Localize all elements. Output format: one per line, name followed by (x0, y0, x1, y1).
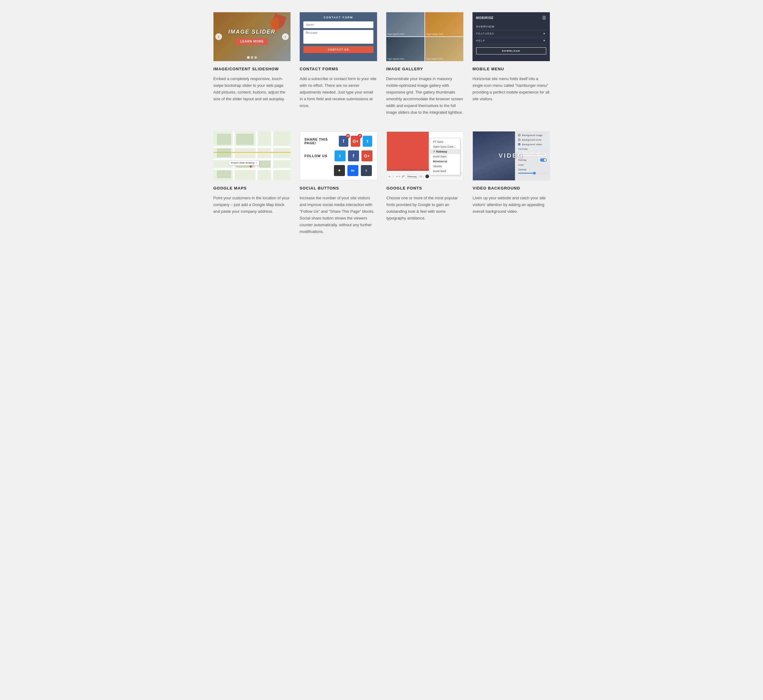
follow-label: FOLLOW US (305, 154, 332, 158)
gallery-grid: Type caption here Type caption here Type… (386, 12, 464, 61)
vp-opacity-slider[interactable] (518, 173, 547, 173)
slider-learn-more-button[interactable]: LEARN MORE (236, 38, 268, 45)
follow-tumblr-button[interactable]: t (361, 165, 372, 176)
gallery-thumb-2[interactable]: Type caption here (425, 12, 463, 36)
feature-grid-row-2: ▾ Empire State Building GOOGLE MAPS Poin… (213, 131, 550, 235)
vp-label-bg-color: Background Color (522, 139, 542, 141)
toolbar-align-left-icon[interactable]: ⇤ (389, 175, 391, 178)
font-item-raleway[interactable]: ✓ Raleway (430, 149, 460, 154)
mobile-menu-preview: MOBIRISE ☰ OVERVIEW FEATURES ▼ HELP ▼ DO… (473, 12, 550, 61)
follow-behance-button[interactable]: Be (348, 165, 359, 176)
slider-text-block: IMAGE SLIDER LEARN MORE (229, 29, 276, 45)
cf-name-input[interactable] (303, 21, 373, 28)
slider-dot-3[interactable] (254, 56, 257, 59)
hamburger-icon[interactable]: ☰ (542, 15, 546, 20)
map-road-v2 (255, 131, 257, 180)
map-block-5 (260, 161, 270, 167)
vp-item-bg-video: Background Video (518, 143, 547, 146)
toolbar-align-center-icon[interactable]: ⋮ (392, 175, 395, 178)
maps-preview: ▾ Empire State Building (213, 131, 290, 180)
vp-radio-bg-image[interactable] (518, 134, 520, 136)
cf-message-input[interactable] (303, 30, 373, 44)
slider-dot-1[interactable] (247, 56, 249, 59)
social-desc: Increase the number of your site visitor… (300, 195, 378, 235)
feature-card-fonts: PT Sans Open Sans Cont... ✓ Raleway Droi… (387, 131, 464, 235)
mm-header: MOBIRISE ☰ (476, 15, 546, 20)
slider-background: IMAGE SLIDER LEARN MORE ‹ › (213, 12, 291, 61)
font-item-montserrat[interactable]: Montserrat (430, 159, 460, 164)
share-twitter-button[interactable]: t (363, 136, 372, 147)
slider-prev-button[interactable]: ‹ (215, 33, 222, 40)
gallery-caption-1: Type caption here (387, 33, 404, 35)
gallery-thumb-4[interactable]: Type caption here (425, 37, 463, 61)
font-item-droid-sans[interactable]: Droid Sans (430, 154, 460, 159)
toolbar-list-icon[interactable]: ≡ (399, 175, 401, 178)
slider-dot-2[interactable] (251, 56, 253, 59)
toolbar-align-right-icon[interactable]: ⇥ (396, 175, 398, 178)
feature-card-video: VIDEO Background Image Background Color (473, 131, 550, 235)
vp-radio-bg-color[interactable] (518, 139, 520, 141)
video-desc: Liven up your website and catch your sit… (473, 195, 550, 215)
mm-download-button[interactable]: DOWNLOAD (476, 47, 546, 55)
vp-label-opacity: Opacity (518, 168, 526, 171)
vp-toggle-overlay[interactable] (540, 158, 547, 162)
toolbar-color-swatch[interactable] (425, 175, 429, 178)
gallery-thumb-3[interactable]: Type caption here (386, 37, 425, 61)
share-googleplus-button[interactable]: G+ 47 (351, 136, 360, 147)
follow-twitter-button[interactable]: t (335, 150, 346, 161)
feature-card-maps: ▾ Empire State Building GOOGLE MAPS Poin… (213, 131, 290, 235)
fonts-preview: PT Sans Open Sans Cont... ✓ Raleway Droi… (387, 131, 464, 180)
follow-row-2: ★ Be t (305, 165, 373, 176)
slider-title: IMAGE/CONTENT SLIDESHOW (213, 67, 291, 71)
slider-next-button[interactable]: › (282, 33, 289, 40)
follow-facebook-button[interactable]: f (348, 150, 359, 161)
share-googleplus-count: 47 (358, 134, 362, 138)
map-road-h1 (213, 146, 290, 148)
vp-item-opacity: Opacity (518, 168, 547, 171)
social-bg: SHARE THIS PAGE! f 192 G+ 47 t FOLLOW US (300, 131, 378, 180)
map-tooltip[interactable]: Empire State Building (229, 160, 259, 166)
mm-nav-overview-label: OVERVIEW (476, 25, 495, 28)
fonts-dropdown[interactable]: PT Sans Open Sans Cont... ✓ Raleway Droi… (430, 138, 460, 175)
vp-radio-bg-video[interactable] (518, 143, 520, 145)
gallery-title: IMAGE GALLERY (386, 67, 464, 71)
feature-grid-row-1: IMAGE SLIDER LEARN MORE ‹ › IMAGE/CONTEN… (213, 12, 550, 116)
feature-card-social: SHARE THIS PAGE! f 192 G+ 47 t FOLLOW US (300, 131, 378, 235)
font-item-opensans[interactable]: Open Sans Cont... (430, 144, 460, 149)
cf-submit-button[interactable]: CONTACT US (303, 46, 373, 53)
vp-item-bg-image: Background Image (518, 134, 547, 137)
gallery-thumb-1[interactable]: Type caption here (386, 12, 425, 36)
follow-github-button[interactable]: ★ (334, 165, 345, 176)
vp-label-youtube: YouTube (518, 148, 528, 150)
toolbar-link-icon[interactable]: 🔗 (401, 175, 404, 178)
font-item-droid-serif[interactable]: Droid Serif (430, 169, 460, 173)
vp-item-color: Color (518, 164, 547, 166)
fonts-bg: PT Sans Open Sans Cont... ✓ Raleway Droi… (387, 131, 464, 180)
map-road-h2 (213, 158, 290, 160)
map-block-2 (237, 134, 253, 145)
mm-nav-features[interactable]: FEATURES ▼ (476, 30, 546, 37)
toolbar-font-selector[interactable]: Raleway (406, 175, 418, 178)
maps-desc: Point your customers in the location of … (213, 195, 290, 215)
slider-heading: IMAGE SLIDER (229, 29, 276, 35)
mm-nav-help[interactable]: HELP ▼ (476, 37, 546, 44)
mobile-menu-bg: MOBIRISE ☰ OVERVIEW FEATURES ▼ HELP ▼ DO… (473, 12, 550, 61)
video-bg: VIDEO Background Image Background Color (473, 131, 550, 180)
follow-googleplus-button[interactable]: G+ (362, 150, 373, 161)
fonts-desc: Choose one or more of the most popular f… (387, 195, 464, 222)
vp-slider-thumb[interactable] (533, 172, 536, 175)
social-preview: SHARE THIS PAGE! f 192 G+ 47 t FOLLOW US (300, 131, 378, 180)
feature-card-slider: IMAGE SLIDER LEARN MORE ‹ › IMAGE/CONTEN… (213, 12, 291, 116)
mm-nav-overview[interactable]: OVERVIEW (476, 23, 546, 30)
page-wrapper: IMAGE SLIDER LEARN MORE ‹ › IMAGE/CONTEN… (207, 0, 556, 262)
contact-desc: Add a subscribe or contact form to your … (300, 75, 377, 109)
map-block-3 (217, 148, 231, 158)
map-road-v1 (233, 131, 235, 180)
vp-label-color: Color (518, 164, 524, 166)
contact-form-preview: CONTACT FORM CONTACT US (300, 12, 377, 61)
maps-bg: ▾ Empire State Building (213, 131, 290, 180)
font-item-ubuntu[interactable]: Ubuntu (430, 164, 460, 169)
share-facebook-button[interactable]: f 192 (339, 136, 348, 147)
font-item-pt-sans[interactable]: PT Sans (430, 139, 460, 144)
vp-item-youtube: YouTube (518, 148, 547, 150)
